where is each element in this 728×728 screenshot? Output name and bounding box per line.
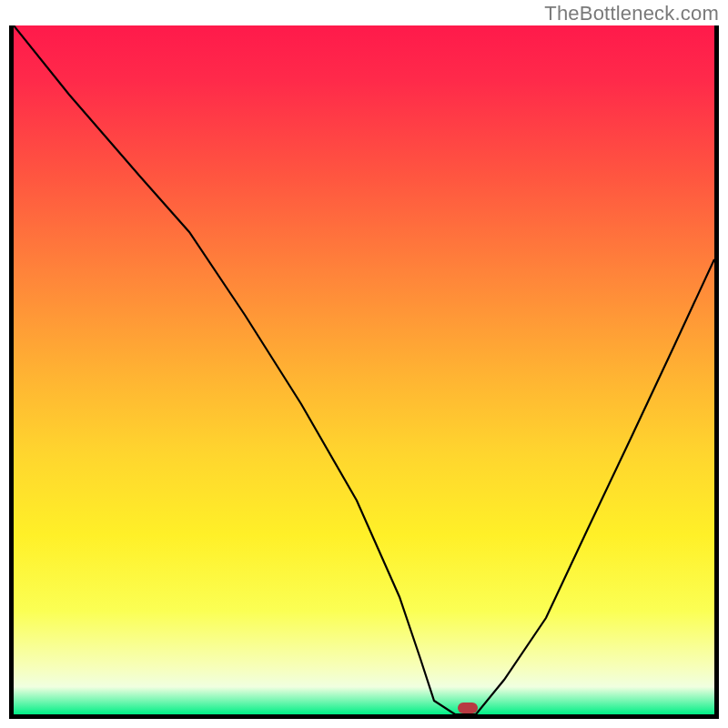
chart-root: TheBottleneck.com [0, 0, 728, 728]
background-gradient [14, 25, 714, 714]
plot-frame [9, 25, 719, 719]
watermark-text: TheBottleneck.com [544, 2, 719, 25]
